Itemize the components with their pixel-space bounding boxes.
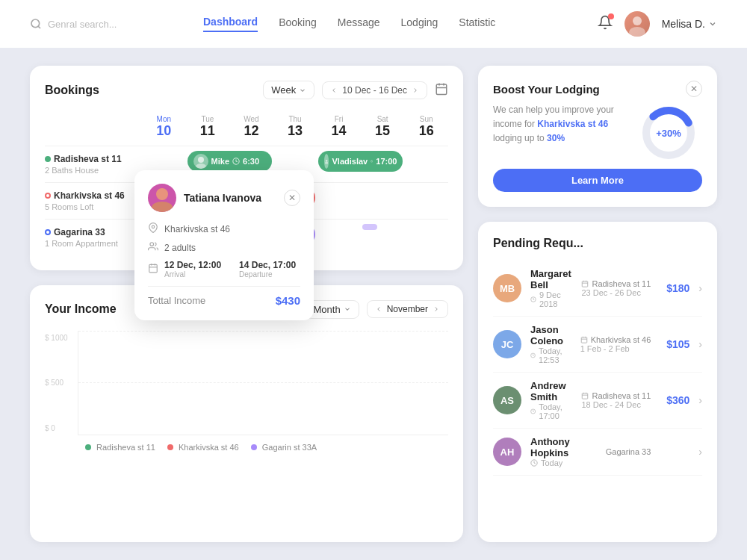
- req-name-3: Andrew Smith: [530, 380, 572, 402]
- req-amount-3: $360: [660, 394, 689, 406]
- cal-header-wed: Wed 12: [229, 111, 273, 146]
- calendar-dates-icon: [148, 263, 158, 276]
- popup-departure-label: Departure: [239, 270, 296, 279]
- request-row-4: AH Anthony Hopkins Today Gagarina 33 ›: [493, 429, 702, 476]
- y-label-1000: $ 1000: [45, 334, 68, 342]
- req-date-2: Today, 12:53: [530, 346, 571, 364]
- req-arrow-4[interactable]: ›: [698, 446, 702, 458]
- cal-cell-r2-sat: [361, 182, 405, 219]
- popup-avatar: [148, 184, 176, 212]
- day-label-thu: Thu: [288, 115, 301, 123]
- legend-gagarina: Gagarin st 33A: [251, 443, 317, 452]
- nav-booking[interactable]: Booking: [279, 16, 317, 31]
- popup-close[interactable]: ✕: [284, 190, 300, 206]
- svg-point-2: [633, 16, 642, 25]
- bars-container: [86, 331, 441, 435]
- y-label-500: $ 500: [45, 379, 68, 387]
- popup-dates-row: 12 Dec, 12:00 Arrival 14 Dec, 17:00 Depa…: [148, 260, 300, 279]
- cal-header-sat: Sat 15: [361, 111, 405, 146]
- date-nav[interactable]: 10 Dec - 16 Dec: [322, 81, 427, 99]
- donut-label: +30%: [656, 128, 681, 139]
- day-num-tue: 11: [187, 123, 229, 140]
- mike-time: 6:30: [243, 157, 259, 166]
- bookings-card: Bookings Week 10 Dec - 16 Dec: [30, 66, 463, 270]
- request-row-1: MB Margaret Bell 9 Dec 2018 Radisheva st…: [493, 261, 702, 317]
- vladislav-name-1: Vladislav: [332, 157, 368, 166]
- cal-cell-r2-sun: [404, 182, 448, 219]
- pending-card: Pending Requ... MB Margaret Bell 9 Dec 2…: [478, 222, 717, 542]
- request-row-2: JC Jason Coleno Today, 12:53 Kharkivska …: [493, 317, 702, 373]
- svg-point-8: [198, 157, 204, 163]
- legend-dot-pink: [167, 444, 173, 450]
- chart-area: [78, 331, 448, 435]
- req-arrow-1[interactable]: ›: [698, 282, 702, 294]
- vladislav-time-1: 17:00: [376, 157, 397, 166]
- cal-cell-r1-sun: [404, 146, 448, 182]
- nav-message[interactable]: Message: [338, 16, 380, 31]
- svg-point-9: [196, 164, 206, 169]
- req-arrow-2[interactable]: ›: [698, 338, 702, 350]
- nav-lodging[interactable]: Lodging: [401, 16, 438, 31]
- nav-dashboard[interactable]: Dashboard: [203, 16, 258, 32]
- req-arrow-3[interactable]: ›: [698, 394, 702, 406]
- req-name-4: Anthony Hopkins: [530, 436, 597, 458]
- boost-close-button[interactable]: ✕: [686, 81, 702, 97]
- req-prop-info-4: Gagarina 33: [606, 447, 651, 456]
- avatar[interactable]: [624, 11, 650, 37]
- week-select[interactable]: Week: [263, 81, 314, 99]
- calendar-icon[interactable]: [435, 82, 448, 99]
- boost-text: We can help you improve your income for …: [493, 103, 623, 163]
- req-amount-2: $105: [660, 338, 689, 350]
- legend-kharkivska: Kharkivska st 46: [167, 443, 239, 452]
- req-date-3: Today, 17:00: [530, 402, 572, 420]
- req-dates-2: 1 Feb - 2 Feb: [580, 344, 651, 353]
- popup-guests-row: 2 adults: [148, 241, 300, 254]
- day-label-sat: Sat: [377, 115, 388, 123]
- cal-header-thu: Thu 13: [273, 111, 317, 146]
- bookings-title: Bookings: [45, 84, 99, 97]
- nav-links: Dashboard Booking Message Lodging Statis…: [203, 16, 574, 32]
- nav-statistic[interactable]: Statistic: [459, 16, 495, 31]
- dot-blue-3: [45, 229, 51, 235]
- svg-rect-4: [436, 84, 447, 95]
- cal-event-vladislav-1[interactable]: Vladislav 17:00: [317, 146, 404, 182]
- popup-property: Kharkivska st 46: [164, 224, 230, 234]
- req-dates-3: 18 Dec - 24 Dec: [581, 400, 651, 409]
- donut-chart: +30%: [639, 103, 698, 163]
- notification-bell[interactable]: [598, 15, 613, 34]
- right-column: Boost Your Lodging ✕ We can help you imp…: [478, 66, 717, 542]
- learn-more-button[interactable]: Learn More: [493, 169, 702, 192]
- search-box: Genral search...: [30, 18, 179, 30]
- svg-line-1: [38, 26, 40, 28]
- location-icon: [148, 223, 158, 235]
- req-date-1: 9 Dec 2018: [530, 290, 572, 308]
- svg-point-12: [325, 162, 328, 164]
- bookings-header: Bookings Week 10 Dec - 16 Dec: [45, 81, 448, 99]
- search-placeholder[interactable]: Genral search...: [48, 19, 117, 30]
- popup-arrival: 12 Dec, 12:00: [164, 260, 221, 270]
- popup-arrival-label: Arrival: [164, 270, 221, 279]
- month-nav[interactable]: November: [367, 300, 448, 318]
- svg-point-11: [326, 160, 327, 161]
- req-prop-1: Radisheva st 11: [581, 279, 651, 288]
- navbar: Genral search... Dashboard Booking Messa…: [0, 0, 747, 48]
- cal-header-fri: Fri 14: [317, 111, 361, 146]
- cal-cell-r3-sun: [404, 219, 448, 255]
- day-num-thu: 13: [275, 123, 316, 140]
- day-num-mon: 10: [143, 123, 185, 140]
- boost-chart: +30%: [635, 103, 702, 163]
- req-info-2: Jason Coleno Today, 12:53: [530, 324, 571, 364]
- day-label-wed: Wed: [244, 115, 258, 123]
- chart-container: $ 1000 $ 500 $ 0: [45, 331, 448, 452]
- income-title: Your Income: [45, 302, 117, 316]
- day-num-sat: 15: [362, 123, 403, 140]
- notification-dot: [608, 13, 614, 19]
- boost-link[interactable]: Kharkivska st 46: [537, 119, 608, 129]
- req-info-1: Margaret Bell 9 Dec 2018: [530, 268, 572, 308]
- req-dates-1: 23 Dec - 26 Dec: [581, 288, 651, 297]
- boost-body: We can help you improve your income for …: [493, 103, 702, 163]
- cal-header-sun: Sun 16: [404, 111, 448, 146]
- user-name[interactable]: Melisa D.: [662, 18, 717, 30]
- day-label-mon: Mon: [157, 115, 171, 123]
- req-info-4: Anthony Hopkins Today: [530, 436, 597, 467]
